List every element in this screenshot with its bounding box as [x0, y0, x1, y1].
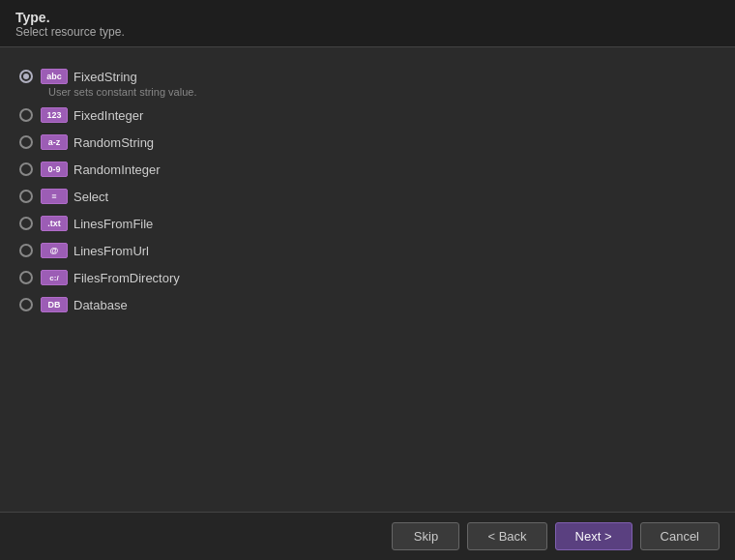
- radio-randominteger: [19, 162, 33, 176]
- option-database[interactable]: DBDatabase: [19, 291, 716, 318]
- label-database: Database: [74, 298, 128, 312]
- option-fixedinteger[interactable]: 123FixedInteger: [19, 102, 716, 129]
- option-linesfromfile[interactable]: .txtLinesFromFile: [19, 210, 716, 237]
- option-randomstring[interactable]: a-zRandomString: [19, 129, 716, 156]
- badge-select: ≡: [41, 189, 68, 204]
- label-linesfromurl: LinesFromUrl: [74, 244, 149, 258]
- label-fixedinteger: FixedInteger: [74, 108, 143, 123]
- radio-linesfromurl: [19, 244, 33, 257]
- radio-linesfromfile: [19, 217, 33, 230]
- radio-fixedstring: [19, 70, 33, 83]
- radio-randomstring: [19, 135, 33, 149]
- badge-database: DB: [41, 297, 68, 312]
- label-randominteger: RandomInteger: [74, 162, 161, 177]
- next-button[interactable]: Next >: [555, 522, 632, 550]
- label-select: Select: [74, 190, 108, 204]
- radio-filesfromdirectory: [19, 271, 33, 284]
- badge-fixedstring: abc: [41, 69, 68, 84]
- description-fixedstring: User sets constant string value.: [48, 86, 716, 98]
- label-fixedstring: FixedString: [74, 70, 137, 84]
- option-select[interactable]: ≡Select: [19, 183, 716, 210]
- badge-linesfromurl: @: [41, 243, 68, 258]
- option-linesfromurl[interactable]: @LinesFromUrl: [19, 237, 716, 264]
- option-randominteger[interactable]: 0-9RandomInteger: [19, 156, 716, 183]
- badge-randomstring: a-z: [41, 134, 68, 150]
- radio-database: [19, 298, 33, 311]
- header-subtitle: Select resource type.: [15, 25, 720, 39]
- dialog-header: Type. Select resource type.: [0, 0, 735, 47]
- option-filesfromdirectory[interactable]: c:/FilesFromDirectory: [19, 264, 716, 291]
- skip-button[interactable]: Skip: [392, 522, 459, 550]
- header-title: Type.: [15, 10, 720, 25]
- dialog-footer: Skip < Back Next > Cancel: [0, 512, 735, 560]
- options-content: abcFixedStringUser sets constant string …: [0, 47, 735, 334]
- badge-linesfromfile: .txt: [41, 216, 68, 231]
- radio-fixedinteger: [19, 108, 33, 122]
- label-linesfromfile: LinesFromFile: [74, 217, 153, 231]
- back-button[interactable]: < Back: [467, 522, 546, 550]
- cancel-button[interactable]: Cancel: [640, 522, 720, 550]
- badge-randominteger: 0-9: [41, 162, 68, 177]
- badge-filesfromdirectory: c:/: [41, 270, 68, 285]
- label-filesfromdirectory: FilesFromDirectory: [74, 271, 180, 285]
- label-randomstring: RandomString: [74, 135, 154, 150]
- radio-select: [19, 190, 33, 203]
- badge-fixedinteger: 123: [41, 107, 68, 123]
